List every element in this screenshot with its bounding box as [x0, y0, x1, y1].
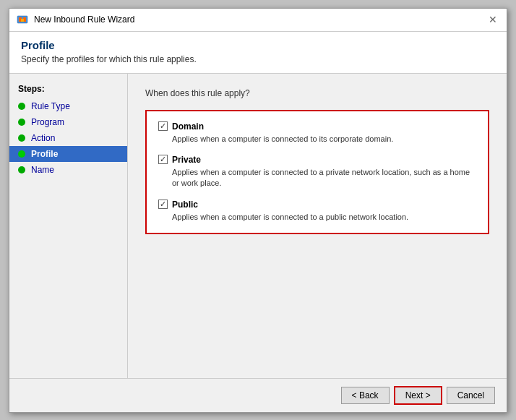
option-domain-label: Domain	[172, 121, 204, 132]
option-private-header: ✓ Private	[158, 155, 476, 165]
checkbox-private[interactable]: ✓	[158, 155, 168, 164]
checkbox-public[interactable]: ✓	[158, 200, 168, 209]
step-label-action: Action	[31, 133, 55, 143]
title-bar-left: New Inbound Rule Wizard	[17, 14, 134, 25]
sidebar-item-action[interactable]: Action	[9, 130, 127, 146]
sidebar-item-program[interactable]: Program	[9, 114, 127, 130]
main-panel: When does this rule apply? ✓ Domain Appl…	[128, 74, 507, 378]
checkbox-private-check: ✓	[160, 155, 166, 163]
svg-rect-3	[21, 19, 24, 22]
option-domain-header: ✓ Domain	[158, 121, 476, 132]
checkbox-domain-check: ✓	[160, 122, 166, 130]
step-label-rule-type: Rule Type	[31, 101, 70, 111]
option-private-label: Private	[172, 155, 201, 165]
checkbox-domain[interactable]: ✓	[158, 121, 168, 131]
option-public-header: ✓ Public	[158, 200, 476, 210]
option-domain-desc: Applies when a computer is connected to …	[158, 134, 476, 145]
step-dot-program	[18, 119, 25, 126]
option-private: ✓ Private Applies when a computer is con…	[158, 155, 476, 189]
step-dot-name	[18, 166, 25, 173]
option-domain: ✓ Domain Applies when a computer is conn…	[158, 121, 476, 145]
step-dot-rule-type	[18, 103, 25, 110]
question-text: When does this rule apply?	[145, 88, 489, 98]
sidebar: Steps: Rule Type Program Action Profile …	[9, 74, 128, 378]
sidebar-item-rule-type[interactable]: Rule Type	[9, 98, 127, 114]
sidebar-item-name[interactable]: Name	[9, 162, 127, 178]
page-title: Profile	[21, 39, 495, 51]
window-title: New Inbound Rule Wizard	[34, 14, 134, 25]
checkbox-public-check: ✓	[160, 200, 166, 208]
page-header: Profile Specify the profiles for which t…	[9, 32, 507, 74]
back-button[interactable]: < Back	[341, 387, 390, 404]
options-box: ✓ Domain Applies when a computer is conn…	[145, 110, 489, 235]
cancel-button[interactable]: Cancel	[447, 387, 495, 404]
firewall-icon	[17, 14, 28, 25]
wizard-window: New Inbound Rule Wizard ✕ Profile Specif…	[9, 8, 507, 413]
footer: < Back Next > Cancel	[9, 378, 507, 412]
option-public-label: Public	[172, 200, 198, 210]
option-public-desc: Applies when a computer is connected to …	[158, 212, 476, 223]
steps-label: Steps:	[9, 81, 127, 98]
close-button[interactable]: ✕	[486, 13, 499, 26]
step-label-program: Program	[31, 117, 64, 127]
page-subtitle: Specify the profiles for which this rule…	[21, 54, 495, 64]
option-private-desc: Applies when a computer is connected to …	[158, 167, 476, 189]
option-public: ✓ Public Applies when a computer is conn…	[158, 200, 476, 223]
next-button[interactable]: Next >	[394, 386, 442, 405]
step-label-name: Name	[31, 165, 54, 175]
step-dot-profile	[18, 150, 25, 158]
step-label-profile: Profile	[31, 149, 58, 159]
title-bar: New Inbound Rule Wizard ✕	[9, 9, 507, 32]
step-dot-action	[18, 134, 25, 142]
sidebar-item-profile[interactable]: Profile	[9, 146, 127, 162]
content-area: Steps: Rule Type Program Action Profile …	[9, 74, 507, 378]
